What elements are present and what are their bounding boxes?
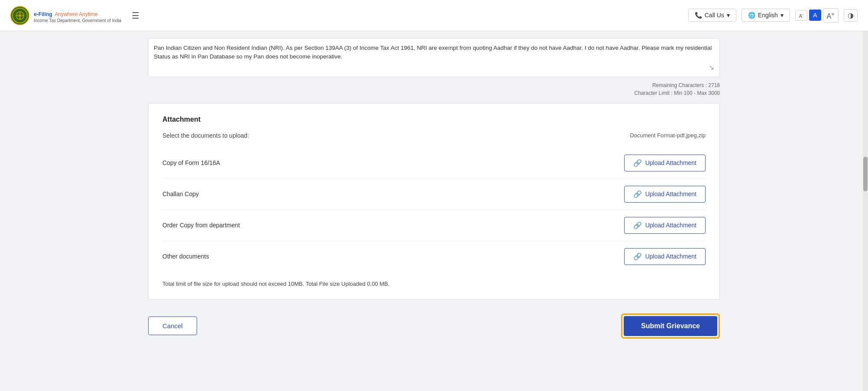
font-normal-button[interactable]: A — [809, 10, 821, 21]
call-us-label: Call Us — [705, 12, 724, 19]
hamburger-menu-button[interactable]: ☰ — [128, 7, 143, 24]
submit-button-wrapper: Submit Grievance — [621, 313, 720, 339]
upload-icon-challan: 🔗 — [633, 190, 642, 198]
attachment-row-other: Other documents🔗Upload Attachment — [162, 241, 706, 272]
call-us-chevron-icon: ▾ — [727, 12, 730, 19]
svg-point-6 — [19, 14, 21, 17]
doc-format-label: Document Format-pdf,jpeg,zip — [630, 132, 706, 139]
logo-subtitle: Income Tax Department, Government of Ind… — [34, 18, 121, 23]
doc-name-form16: Copy of Form 16/16A — [162, 159, 220, 166]
font-smaller-button[interactable]: A- — [795, 10, 807, 21]
language-button[interactable]: 🌐 English ▾ — [742, 9, 790, 22]
remaining-chars: Remaining Characters : 2718 — [148, 82, 720, 88]
language-chevron-icon: ▾ — [781, 12, 784, 19]
globe-icon: 🌐 — [748, 12, 755, 19]
language-label: English — [758, 12, 778, 19]
header-right: 📞 Call Us ▾ 🌐 English ▾ A- A A+ ◑ — [688, 8, 858, 22]
logo-text: e-Filing Anywhere Anytime Income Tax Dep… — [34, 8, 121, 23]
attachment-row-form16: Copy of Form 16/16A🔗Upload Attachment — [162, 148, 706, 179]
doc-name-order_copy: Order Copy from department — [162, 222, 240, 229]
chars-limit: Character Limit : Min 100 - Max 3000 — [148, 90, 720, 96]
font-normal-label: A — [813, 12, 817, 19]
upload-label-order_copy: Upload Attachment — [645, 222, 696, 229]
doc-name-other: Other documents — [162, 253, 209, 260]
contrast-button[interactable]: ◑ — [844, 9, 858, 22]
font-size-controls: A- A A+ — [795, 8, 839, 22]
attachment-title: Attachment — [162, 116, 706, 123]
phone-icon: 📞 — [695, 12, 702, 19]
font-larger-label: A+ — [827, 13, 835, 20]
header: e-Filing Anywhere Anytime Income Tax Dep… — [0, 0, 868, 31]
upload-btn-challan[interactable]: 🔗Upload Attachment — [624, 186, 706, 203]
scrollbar-thumb[interactable] — [863, 157, 868, 191]
hamburger-icon: ☰ — [132, 11, 139, 20]
font-larger-button[interactable]: A+ — [823, 8, 839, 22]
cancel-button[interactable]: Cancel — [148, 317, 197, 335]
upload-btn-other[interactable]: 🔗Upload Attachment — [624, 248, 706, 265]
upload-label-challan: Upload Attachment — [645, 191, 696, 197]
font-smaller-label: A- — [799, 13, 803, 19]
text-section: Pan Indian Citizen and Non Resident Indi… — [148, 38, 720, 77]
attachment-row-order_copy: Order Copy from department🔗Upload Attach… — [162, 210, 706, 241]
upload-icon-form16: 🔗 — [633, 159, 642, 167]
attachment-section: Attachment Select the documents to uploa… — [148, 103, 720, 300]
logo-area: e-Filing Anywhere Anytime Income Tax Dep… — [10, 6, 121, 25]
submit-grievance-button[interactable]: Submit Grievance — [624, 316, 717, 336]
upload-label-form16: Upload Attachment — [645, 159, 696, 166]
contrast-icon: ◑ — [848, 12, 854, 19]
upload-icon-order_copy: 🔗 — [633, 221, 642, 229]
header-left: e-Filing Anywhere Anytime Income Tax Dep… — [10, 6, 143, 25]
file-limit-info: Total limit of file size for upload shou… — [162, 281, 706, 287]
call-us-button[interactable]: 📞 Call Us ▾ — [688, 9, 736, 22]
logo-emblem — [10, 6, 29, 25]
upload-btn-form16[interactable]: 🔗Upload Attachment — [624, 155, 706, 171]
doc-name-challan: Challan Copy — [162, 191, 199, 197]
bottom-bar: Cancel Submit Grievance — [148, 310, 720, 342]
select-docs-label: Select the documents to upload: — [162, 132, 249, 139]
upload-label-other: Upload Attachment — [645, 253, 696, 260]
attachment-row-challan: Challan Copy🔗Upload Attachment — [162, 179, 706, 210]
upload-icon-other: 🔗 — [633, 252, 642, 261]
logo-title: e-Filing Anywhere Anytime — [34, 8, 121, 18]
attachment-rows: Copy of Form 16/16A🔗Upload AttachmentCha… — [162, 148, 706, 272]
text-content: Pan Indian Citizen and Non Resident Indi… — [154, 44, 714, 61]
scrollbar-track — [863, 0, 868, 391]
doc-header: Select the documents to upload: Document… — [162, 132, 706, 139]
resize-handle[interactable]: ↘ — [154, 63, 714, 71]
upload-btn-order_copy[interactable]: 🔗Upload Attachment — [624, 217, 706, 234]
main-content: Pan Indian Citizen and Non Resident Indi… — [131, 31, 737, 359]
